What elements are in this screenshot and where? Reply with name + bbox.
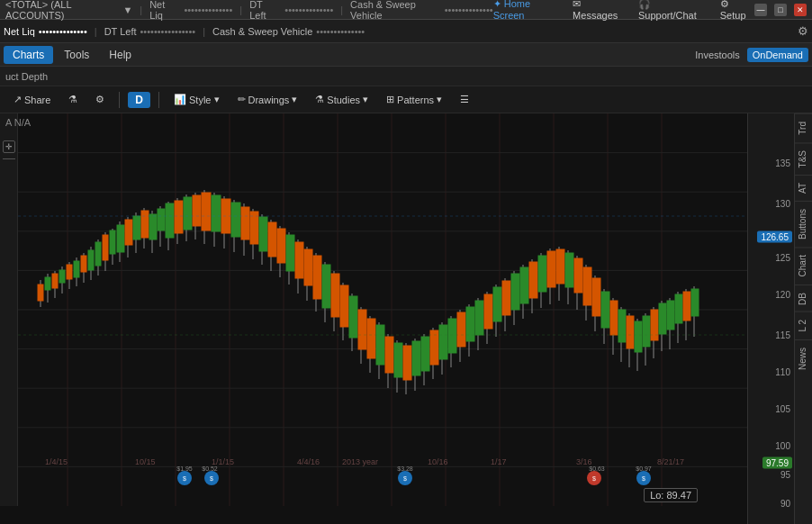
netliq-tab-value: •••••••••••••• [39, 26, 87, 37]
price-label-125: 125 [775, 252, 790, 262]
svg-rect-163 [643, 316, 650, 347]
svg-text:$: $ [403, 475, 407, 482]
investools-link[interactable]: Investools [695, 50, 740, 60]
period-button[interactable]: D [128, 92, 150, 108]
svg-rect-87 [304, 249, 312, 285]
ondemand-link[interactable]: OnDemand [747, 48, 808, 62]
svg-rect-97 [349, 296, 357, 338]
symbol-display: A N/A [5, 117, 31, 128]
dtleft-tab[interactable]: DT Left •••••••••••••••• [104, 26, 196, 37]
svg-rect-123 [466, 307, 474, 341]
flask-icon: ⚗ [68, 94, 77, 105]
dropdown-icon: ▼ [122, 5, 132, 15]
studies-button[interactable]: ⚗ Studies ▾ [309, 91, 374, 108]
svg-rect-71 [231, 203, 240, 237]
svg-rect-99 [358, 310, 366, 349]
patterns-button[interactable]: ⊞ Patterns ▾ [380, 91, 448, 108]
separator2: | [203, 26, 205, 37]
svg-rect-165 [651, 310, 658, 340]
style-button[interactable]: 📊 Style ▾ [167, 91, 225, 108]
svg-rect-159 [627, 316, 634, 348]
svg-rect-127 [484, 294, 492, 329]
left-toolbar: ✛ [0, 113, 18, 506]
title-center: ✦ Home Screen ✉ Messages 🎧 Support/Chat … [493, 0, 754, 21]
flask-button[interactable]: ⚗ [62, 91, 84, 108]
crosshair-tool[interactable]: ✛ [3, 140, 15, 153]
svg-text:4/4/16: 4/4/16 [297, 457, 320, 466]
maximize-button[interactable]: □ [774, 4, 787, 16]
netliq-tab[interactable]: Net Liq •••••••••••••• [4, 26, 87, 37]
svg-rect-53 [149, 214, 157, 239]
svg-rect-155 [610, 301, 618, 335]
tab-l2[interactable]: L 2 [795, 312, 812, 339]
svg-rect-169 [667, 301, 674, 330]
setup-link[interactable]: ⚙ Setup [720, 0, 754, 21]
title-bar: <TOTAL> (ALL ACCOUNTS) ▼ | Net Liq •••••… [0, 0, 812, 20]
messages-link[interactable]: ✉ Messages [573, 0, 624, 21]
svg-text:10/16: 10/16 [428, 457, 448, 466]
svg-rect-31 [67, 265, 72, 279]
svg-rect-157 [618, 310, 626, 342]
tab-db[interactable]: DB [795, 285, 812, 312]
svg-rect-27 [52, 274, 58, 288]
tab-news[interactable]: News [795, 339, 812, 377]
style-icon: 📊 [174, 94, 186, 105]
netliq-value: •••••••••••••• [184, 5, 232, 15]
svg-rect-39 [95, 242, 101, 266]
tools-menu-item[interactable]: Tools [55, 46, 98, 64]
svg-rect-61 [184, 197, 192, 230]
tab-buttons[interactable]: Buttons [795, 201, 812, 247]
price-label-90: 90 [780, 499, 790, 509]
svg-rect-137 [529, 262, 537, 298]
svg-rect-93 [331, 274, 339, 317]
svg-rect-67 [212, 195, 221, 231]
minimize-button[interactable]: — [754, 4, 767, 16]
menu-right: Investools OnDemand [695, 48, 808, 62]
patterns-chevron: ▾ [437, 94, 442, 105]
svg-text:$: $ [183, 475, 186, 482]
share-button[interactable]: ↗ Share [7, 91, 57, 108]
svg-rect-175 [691, 289, 699, 316]
svg-rect-113 [421, 337, 429, 371]
svg-rect-111 [412, 341, 420, 375]
title-right: — □ ✕ [754, 4, 807, 16]
share-label: Share [24, 95, 50, 105]
lo-indicator: Lo: 89.47 [644, 488, 698, 502]
svg-text:$: $ [592, 475, 596, 482]
svg-text:$0.97: $0.97 [636, 465, 652, 472]
svg-rect-29 [59, 270, 65, 283]
help-menu-item[interactable]: Help [100, 46, 140, 64]
svg-rect-161 [635, 321, 642, 352]
chart-svg[interactable]: 1/4/15 10/15 1/1/15 4/4/16 2013 year 10/… [18, 113, 747, 506]
tab-chart[interactable]: Chart [795, 247, 812, 284]
drawings-button[interactable]: ✏ Drawings ▾ [231, 91, 304, 108]
dtleft-tab-value: •••••••••••••••• [140, 26, 196, 37]
close-button[interactable]: ✕ [794, 4, 807, 16]
patterns-label: Patterns [397, 95, 434, 105]
svg-rect-41 [103, 235, 108, 260]
svg-rect-125 [475, 301, 483, 335]
dtleft-label: DT Left [249, 0, 277, 21]
svg-rect-43 [110, 230, 115, 254]
svg-text:$: $ [642, 475, 645, 482]
settings-button[interactable]: ⚙ [89, 91, 111, 108]
separator1: | [95, 26, 97, 37]
svg-rect-139 [538, 256, 546, 292]
svg-rect-79 [268, 222, 276, 257]
drawings-chevron: ▾ [292, 94, 297, 105]
more-options-button[interactable]: ☰ [454, 91, 475, 108]
home-screen-link[interactable]: ✦ Home Screen [493, 0, 558, 21]
settings-gear[interactable]: ⚙ [798, 24, 808, 38]
support-link[interactable]: 🎧 Support/Chat [638, 0, 706, 21]
menu-left: Charts Tools Help [4, 46, 140, 64]
chart-main[interactable]: A N/A ✛ [0, 113, 747, 524]
svg-rect-121 [457, 312, 465, 347]
tab-at[interactable]: AT [795, 175, 812, 201]
tab-ts[interactable]: T&S [795, 142, 812, 175]
svg-rect-135 [520, 267, 528, 303]
charts-menu-item[interactable]: Charts [4, 46, 53, 64]
cashsweep-tab-label: Cash & Sweep Vehicle [212, 26, 312, 37]
tab-trd[interactable]: Trd [795, 113, 812, 142]
studies-chevron: ▾ [363, 94, 368, 105]
cashsweep-tab[interactable]: Cash & Sweep Vehicle •••••••••••••• [212, 26, 365, 37]
